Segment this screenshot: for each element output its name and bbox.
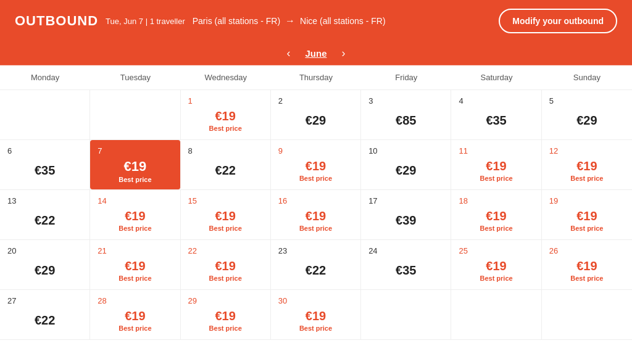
- cell-content: €19Best price: [570, 258, 603, 283]
- cell-content: €29: [396, 158, 416, 183]
- day-number: 12: [547, 146, 627, 155]
- calendar-cell-day-20[interactable]: 20€29: [0, 240, 90, 289]
- price-label: €35: [35, 163, 55, 178]
- cell-content: €35: [486, 108, 506, 133]
- best-price-label: Best price: [480, 275, 512, 282]
- best-price-label: Best price: [480, 175, 512, 182]
- price-label: €39: [396, 213, 416, 228]
- calendar-row: 1€19Best price2€293€854€355€29: [0, 90, 632, 140]
- calendar-cell-day-7[interactable]: 7€19Best price: [90, 140, 180, 189]
- calendar: MondayTuesdayWednesdayThursdayFridaySatu…: [0, 65, 632, 340]
- cell-content: €35: [396, 258, 416, 283]
- next-month-button[interactable]: ›: [339, 47, 348, 60]
- day-number: 20: [5, 246, 85, 255]
- header-subtitle: Tue, Jun 7 | 1 traveller: [106, 17, 185, 26]
- calendar-cell-day-25[interactable]: 25€19Best price: [451, 240, 541, 289]
- day-number: 10: [366, 146, 446, 155]
- cell-content: €29: [35, 258, 55, 283]
- day-number: 18: [456, 196, 536, 205]
- cell-content: €19Best price: [118, 208, 151, 233]
- price-label: €19: [125, 309, 145, 323]
- price-label: €19: [486, 159, 506, 173]
- calendar-cell-day-12[interactable]: 12€19Best price: [542, 140, 632, 189]
- day-number: 28: [95, 296, 175, 305]
- calendar-cell-day-22[interactable]: 22€19Best price: [181, 240, 271, 289]
- day-header-wednesday: Wednesday: [181, 65, 271, 89]
- cell-content: €29: [306, 108, 326, 133]
- calendar-cell-day-1[interactable]: 1€19Best price: [181, 90, 271, 139]
- best-price-label: Best price: [299, 225, 332, 232]
- price-label: €19: [486, 259, 506, 273]
- best-price-label: Best price: [118, 275, 151, 282]
- calendar-cell-day-27[interactable]: 27€22: [0, 290, 90, 339]
- calendar-cell-day-24[interactable]: 24€35: [361, 240, 451, 289]
- calendar-cell-day-14[interactable]: 14€19Best price: [90, 190, 180, 239]
- cell-content: €19Best price: [118, 308, 151, 333]
- cell-content: €19Best price: [480, 158, 512, 183]
- cell-content: €19Best price: [299, 208, 332, 233]
- cell-content: €22: [306, 258, 326, 283]
- price-label: €19: [215, 259, 236, 273]
- cell-content: €22: [35, 308, 55, 333]
- day-number: 21: [95, 246, 175, 255]
- best-price-label: Best price: [480, 225, 512, 232]
- calendar-cell-empty: [542, 290, 632, 339]
- calendar-cell-day-16[interactable]: 16€19Best price: [271, 190, 361, 239]
- app-container: OUTBOUND Tue, Jun 7 | 1 traveller Paris …: [0, 0, 632, 340]
- calendar-row: 6€357€19Best price8€229€19Best price10€2…: [0, 140, 632, 190]
- outbound-title: OUTBOUND: [15, 13, 98, 29]
- day-header-tuesday: Tuesday: [90, 65, 180, 89]
- modify-outbound-button[interactable]: Modify your outbound: [499, 9, 617, 33]
- calendar-cell-day-15[interactable]: 15€19Best price: [181, 190, 271, 239]
- route-from: Paris (all stations - FR): [193, 16, 280, 26]
- calendar-cell-day-26[interactable]: 26€19Best price: [542, 240, 632, 289]
- calendar-cell-empty: [0, 90, 90, 139]
- header: OUTBOUND Tue, Jun 7 | 1 traveller Paris …: [0, 0, 632, 42]
- day-number: 30: [276, 296, 356, 305]
- cell-content: €19Best price: [209, 108, 242, 133]
- calendar-cell-day-2[interactable]: 2€29: [271, 90, 361, 139]
- calendar-cell-day-5[interactable]: 5€29: [542, 90, 632, 139]
- day-number: 9: [276, 146, 356, 155]
- price-label: €85: [396, 114, 416, 128]
- calendar-cell-day-17[interactable]: 17€39: [361, 190, 451, 239]
- price-label: €29: [306, 114, 326, 128]
- best-price-label: Best price: [570, 225, 603, 232]
- calendar-cell-day-10[interactable]: 10€29: [361, 140, 451, 189]
- cell-content: €22: [215, 158, 236, 183]
- calendar-cell-day-18[interactable]: 18€19Best price: [451, 190, 541, 239]
- calendar-cell-empty: [90, 90, 180, 139]
- price-label: €29: [396, 163, 416, 178]
- day-number: 25: [456, 246, 536, 255]
- month-label: June: [305, 48, 326, 59]
- day-number: 11: [456, 146, 536, 155]
- best-price-label: Best price: [118, 225, 151, 232]
- calendar-cell-day-11[interactable]: 11€19Best price: [451, 140, 541, 189]
- day-number: 26: [547, 246, 627, 255]
- calendar-cell-day-28[interactable]: 28€19Best price: [90, 290, 180, 339]
- calendar-cell-day-29[interactable]: 29€19Best price: [181, 290, 271, 339]
- calendar-cell-day-4[interactable]: 4€35: [451, 90, 541, 139]
- price-label: €29: [35, 263, 55, 278]
- calendar-cell-day-21[interactable]: 21€19Best price: [90, 240, 180, 289]
- calendar-cell-day-6[interactable]: 6€35: [0, 140, 90, 189]
- best-price-label: Best price: [299, 175, 332, 182]
- calendar-cell-day-30[interactable]: 30€19Best price: [271, 290, 361, 339]
- calendar-cell-day-3[interactable]: 3€85: [361, 90, 451, 139]
- best-price-label: Best price: [570, 275, 603, 282]
- day-number: 15: [186, 196, 265, 205]
- price-label: €19: [215, 109, 236, 123]
- calendar-cell-day-19[interactable]: 19€19Best price: [542, 190, 632, 239]
- cell-content: €19Best price: [570, 208, 603, 233]
- calendar-cell-day-23[interactable]: 23€22: [271, 240, 361, 289]
- price-label: €19: [306, 309, 326, 323]
- calendar-cell-day-13[interactable]: 13€22: [0, 190, 90, 239]
- day-number: 2: [276, 96, 356, 105]
- calendar-cell-day-9[interactable]: 9€19Best price: [271, 140, 361, 189]
- day-header-saturday: Saturday: [451, 65, 541, 89]
- calendar-cell-day-8[interactable]: 8€22: [181, 140, 271, 189]
- prev-month-button[interactable]: ‹: [284, 47, 293, 60]
- day-number: 14: [95, 196, 175, 205]
- price-label: €35: [486, 114, 506, 128]
- calendar-cell-empty: [361, 290, 451, 339]
